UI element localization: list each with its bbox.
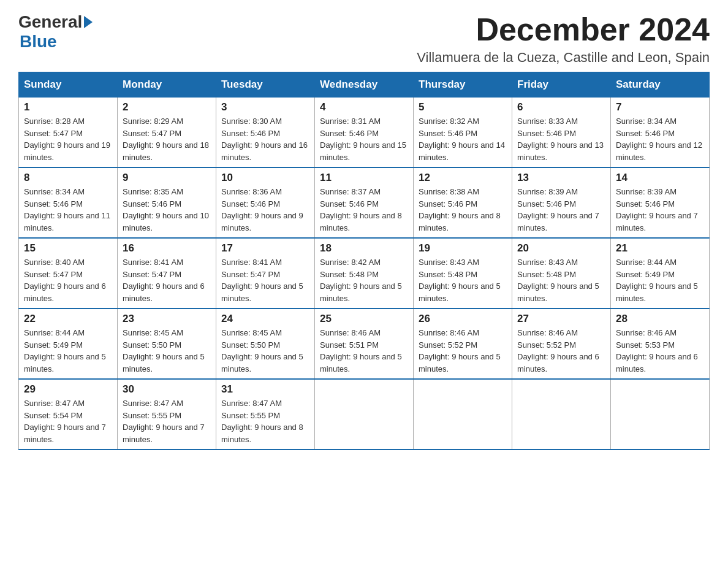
- weekday-header-wednesday: Wednesday: [315, 72, 414, 98]
- day-number: 8: [24, 172, 112, 184]
- day-info: Sunrise: 8:35 AMSunset: 5:46 PMDaylight:…: [123, 187, 209, 232]
- weekday-header-friday: Friday: [512, 72, 611, 98]
- day-number: 22: [24, 313, 112, 325]
- logo-general-text: General: [18, 12, 82, 32]
- day-info: Sunrise: 8:41 AMSunset: 5:47 PMDaylight:…: [123, 258, 205, 303]
- day-number: 14: [616, 172, 704, 184]
- day-info: Sunrise: 8:45 AMSunset: 5:50 PMDaylight:…: [221, 328, 303, 373]
- calendar-cell: 31 Sunrise: 8:47 AMSunset: 5:55 PMDaylig…: [216, 379, 315, 450]
- day-info: Sunrise: 8:28 AMSunset: 5:47 PMDaylight:…: [24, 117, 110, 162]
- weekday-header-thursday: Thursday: [414, 72, 512, 98]
- calendar-cell: 7 Sunrise: 8:34 AMSunset: 5:46 PMDayligh…: [611, 98, 710, 168]
- calendar-cell: 27 Sunrise: 8:46 AMSunset: 5:52 PMDaylig…: [512, 308, 611, 379]
- day-number: 27: [517, 313, 605, 325]
- calendar-cell: 21 Sunrise: 8:44 AMSunset: 5:49 PMDaylig…: [611, 238, 710, 308]
- calendar-week-row: 29 Sunrise: 8:47 AMSunset: 5:54 PMDaylig…: [19, 379, 710, 450]
- calendar-cell: 9 Sunrise: 8:35 AMSunset: 5:46 PMDayligh…: [118, 167, 216, 238]
- day-info: Sunrise: 8:47 AMSunset: 5:54 PMDaylight:…: [24, 399, 106, 444]
- day-number: 19: [419, 242, 507, 255]
- calendar-week-row: 1 Sunrise: 8:28 AMSunset: 5:47 PMDayligh…: [19, 98, 710, 168]
- day-number: 25: [320, 313, 408, 325]
- page-header: General Blue December 2024 Villamuera de…: [18, 12, 710, 66]
- day-info: Sunrise: 8:34 AMSunset: 5:46 PMDaylight:…: [24, 187, 110, 232]
- day-number: 31: [221, 383, 309, 396]
- day-number: 21: [616, 242, 704, 255]
- day-number: 18: [320, 242, 408, 255]
- day-info: Sunrise: 8:32 AMSunset: 5:46 PMDaylight:…: [419, 117, 505, 162]
- day-info: Sunrise: 8:46 AMSunset: 5:52 PMDaylight:…: [419, 328, 501, 373]
- day-info: Sunrise: 8:47 AMSunset: 5:55 PMDaylight:…: [123, 399, 205, 444]
- day-info: Sunrise: 8:38 AMSunset: 5:46 PMDaylight:…: [419, 187, 501, 232]
- day-info: Sunrise: 8:40 AMSunset: 5:47 PMDaylight:…: [24, 258, 106, 303]
- day-number: 7: [616, 101, 704, 113]
- day-number: 26: [419, 313, 507, 325]
- day-info: Sunrise: 8:46 AMSunset: 5:51 PMDaylight:…: [320, 328, 402, 373]
- title-area: December 2024 Villamuera de la Cueza, Ca…: [417, 12, 710, 66]
- calendar-table: SundayMondayTuesdayWednesdayThursdayFrid…: [18, 72, 710, 450]
- calendar-cell: 3 Sunrise: 8:30 AMSunset: 5:46 PMDayligh…: [216, 98, 315, 168]
- month-year-title: December 2024: [417, 12, 710, 47]
- day-number: 1: [24, 101, 112, 113]
- calendar-cell: 12 Sunrise: 8:38 AMSunset: 5:46 PMDaylig…: [414, 167, 512, 238]
- calendar-week-row: 8 Sunrise: 8:34 AMSunset: 5:46 PMDayligh…: [19, 167, 710, 238]
- weekday-header-saturday: Saturday: [611, 72, 710, 98]
- day-info: Sunrise: 8:43 AMSunset: 5:48 PMDaylight:…: [419, 258, 501, 303]
- calendar-header-row: SundayMondayTuesdayWednesdayThursdayFrid…: [19, 72, 710, 98]
- calendar-cell: 24 Sunrise: 8:45 AMSunset: 5:50 PMDaylig…: [216, 308, 315, 379]
- day-info: Sunrise: 8:39 AMSunset: 5:46 PMDaylight:…: [517, 187, 599, 232]
- calendar-cell: 20 Sunrise: 8:43 AMSunset: 5:48 PMDaylig…: [512, 238, 611, 308]
- day-number: 29: [24, 383, 112, 396]
- calendar-cell: 19 Sunrise: 8:43 AMSunset: 5:48 PMDaylig…: [414, 238, 512, 308]
- day-info: Sunrise: 8:30 AMSunset: 5:46 PMDaylight:…: [221, 117, 308, 162]
- logo-arrow-icon: [84, 16, 93, 28]
- day-number: 2: [123, 101, 211, 113]
- day-number: 11: [320, 172, 408, 184]
- day-info: Sunrise: 8:39 AMSunset: 5:46 PMDaylight:…: [616, 187, 698, 232]
- day-number: 23: [123, 313, 211, 325]
- calendar-cell: 23 Sunrise: 8:45 AMSunset: 5:50 PMDaylig…: [118, 308, 216, 379]
- day-number: 16: [123, 242, 211, 255]
- day-number: 10: [221, 172, 309, 184]
- weekday-header-sunday: Sunday: [19, 72, 118, 98]
- calendar-cell: 6 Sunrise: 8:33 AMSunset: 5:46 PMDayligh…: [512, 98, 611, 168]
- calendar-week-row: 22 Sunrise: 8:44 AMSunset: 5:49 PMDaylig…: [19, 308, 710, 379]
- calendar-cell: 26 Sunrise: 8:46 AMSunset: 5:52 PMDaylig…: [414, 308, 512, 379]
- day-info: Sunrise: 8:42 AMSunset: 5:48 PMDaylight:…: [320, 258, 402, 303]
- calendar-cell: 15 Sunrise: 8:40 AMSunset: 5:47 PMDaylig…: [19, 238, 118, 308]
- day-number: 6: [517, 101, 605, 113]
- day-info: Sunrise: 8:41 AMSunset: 5:47 PMDaylight:…: [221, 258, 303, 303]
- day-number: 12: [419, 172, 507, 184]
- day-info: Sunrise: 8:46 AMSunset: 5:52 PMDaylight:…: [517, 328, 599, 373]
- day-info: Sunrise: 8:43 AMSunset: 5:48 PMDaylight:…: [517, 258, 599, 303]
- calendar-cell: 1 Sunrise: 8:28 AMSunset: 5:47 PMDayligh…: [19, 98, 118, 168]
- day-info: Sunrise: 8:31 AMSunset: 5:46 PMDaylight:…: [320, 117, 406, 162]
- day-number: 28: [616, 313, 704, 325]
- calendar-week-row: 15 Sunrise: 8:40 AMSunset: 5:47 PMDaylig…: [19, 238, 710, 308]
- day-number: 13: [517, 172, 605, 184]
- day-number: 30: [123, 383, 211, 396]
- calendar-cell: 5 Sunrise: 8:32 AMSunset: 5:46 PMDayligh…: [414, 98, 512, 168]
- calendar-cell: 18 Sunrise: 8:42 AMSunset: 5:48 PMDaylig…: [315, 238, 414, 308]
- calendar-cell: [414, 379, 512, 450]
- day-info: Sunrise: 8:44 AMSunset: 5:49 PMDaylight:…: [616, 258, 698, 303]
- day-info: Sunrise: 8:47 AMSunset: 5:55 PMDaylight:…: [221, 399, 303, 444]
- calendar-cell: 4 Sunrise: 8:31 AMSunset: 5:46 PMDayligh…: [315, 98, 414, 168]
- day-number: 15: [24, 242, 112, 255]
- calendar-cell: 29 Sunrise: 8:47 AMSunset: 5:54 PMDaylig…: [19, 379, 118, 450]
- calendar-cell: 11 Sunrise: 8:37 AMSunset: 5:46 PMDaylig…: [315, 167, 414, 238]
- calendar-cell: 14 Sunrise: 8:39 AMSunset: 5:46 PMDaylig…: [611, 167, 710, 238]
- day-info: Sunrise: 8:33 AMSunset: 5:46 PMDaylight:…: [517, 117, 604, 162]
- day-number: 20: [517, 242, 605, 255]
- day-number: 3: [221, 101, 309, 113]
- calendar-cell: 8 Sunrise: 8:34 AMSunset: 5:46 PMDayligh…: [19, 167, 118, 238]
- calendar-cell: [512, 379, 611, 450]
- day-number: 9: [123, 172, 211, 184]
- day-info: Sunrise: 8:45 AMSunset: 5:50 PMDaylight:…: [123, 328, 205, 373]
- day-number: 17: [221, 242, 309, 255]
- day-info: Sunrise: 8:44 AMSunset: 5:49 PMDaylight:…: [24, 328, 106, 373]
- calendar-cell: 2 Sunrise: 8:29 AMSunset: 5:47 PMDayligh…: [118, 98, 216, 168]
- calendar-cell: [611, 379, 710, 450]
- calendar-cell: 13 Sunrise: 8:39 AMSunset: 5:46 PMDaylig…: [512, 167, 611, 238]
- calendar-cell: 17 Sunrise: 8:41 AMSunset: 5:47 PMDaylig…: [216, 238, 315, 308]
- day-number: 4: [320, 101, 408, 113]
